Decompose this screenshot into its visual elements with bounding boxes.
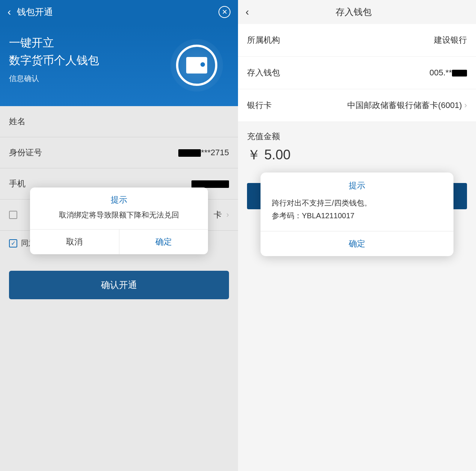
- org-row: 所属机构 建设银行: [238, 24, 476, 57]
- checkbox-icon[interactable]: [9, 211, 17, 219]
- wallet-value: 005.**: [429, 68, 467, 78]
- org-label: 所属机构: [247, 34, 280, 46]
- name-label: 姓名: [9, 116, 26, 127]
- dialog: 提示 跨行对出不支持三/四类钱包。 参考码：YBLA12110017 确定: [261, 172, 453, 256]
- org-value: 建设银行: [434, 34, 467, 46]
- ok-button[interactable]: 确定: [261, 231, 453, 256]
- dialog-line1: 跨行对出不支持三/四类钱包。: [272, 196, 442, 209]
- back-icon[interactable]: ‹: [246, 6, 249, 18]
- card-label: 银行卡: [247, 100, 272, 111]
- confirm-button[interactable]: 确认开通: [9, 271, 229, 299]
- dialog-body: 跨行对出不支持三/四类钱包。 参考码：YBLA12110017: [261, 196, 453, 231]
- card-hint: 卡 ›: [214, 209, 229, 220]
- chevron-right-icon: ›: [226, 210, 229, 219]
- amount-value: ￥ 5.00: [238, 146, 476, 176]
- screen-wallet-open: ‹ 钱包开通 ✕ 一键开立 数字货币个人钱包 信息确认 姓名 身份证号 ***2…: [0, 0, 238, 471]
- dialog: 提示 取消绑定将导致限额下降和无法兑回 取消 确定: [30, 188, 208, 254]
- wallet-label: 存入钱包: [247, 67, 280, 78]
- chevron-right-icon: ›: [464, 100, 467, 110]
- page-title: 钱包开通: [17, 6, 218, 18]
- card-row[interactable]: 银行卡 中国邮政储蓄银行储蓄卡(6001)›: [238, 89, 476, 122]
- wallet-row[interactable]: 存入钱包 005.**: [238, 57, 476, 89]
- dialog-buttons: 取消 确定: [30, 229, 208, 254]
- header: ‹ 钱包开通 ✕: [0, 0, 238, 24]
- id-label: 身份证号: [9, 147, 42, 158]
- back-icon[interactable]: ‹: [8, 6, 11, 18]
- dialog-message: 取消绑定将导致限额下降和无法兑回: [30, 210, 208, 229]
- id-value: ***2715: [178, 148, 229, 158]
- page-title: 存入钱包: [249, 6, 458, 18]
- card-value: 中国邮政储蓄银行储蓄卡(6001)›: [347, 100, 467, 111]
- ok-button[interactable]: 确定: [119, 230, 208, 254]
- amount-label: 充值金额: [238, 122, 476, 146]
- header: ‹ 存入钱包: [238, 0, 476, 24]
- screen-deposit: ‹ 存入钱包 所属机构 建设银行 存入钱包 005.** 银行卡 中国邮政储蓄银…: [238, 0, 476, 471]
- wallet-icon: [186, 57, 207, 74]
- hero-banner: 一键开立 数字货币个人钱包 信息确认: [0, 24, 238, 106]
- phone-label: 手机: [9, 178, 26, 189]
- dialog-title: 提示: [30, 188, 208, 210]
- id-row[interactable]: 身份证号 ***2715: [0, 137, 238, 168]
- dialog-title: 提示: [261, 172, 453, 196]
- wallet-graphic: [170, 39, 223, 92]
- close-icon[interactable]: ✕: [218, 6, 230, 18]
- dialog-line2: 参考码：YBLA12110017: [272, 209, 442, 222]
- cancel-button[interactable]: 取消: [30, 230, 119, 254]
- agree-checkbox[interactable]: ✓: [9, 239, 17, 248]
- name-row[interactable]: 姓名: [0, 106, 238, 137]
